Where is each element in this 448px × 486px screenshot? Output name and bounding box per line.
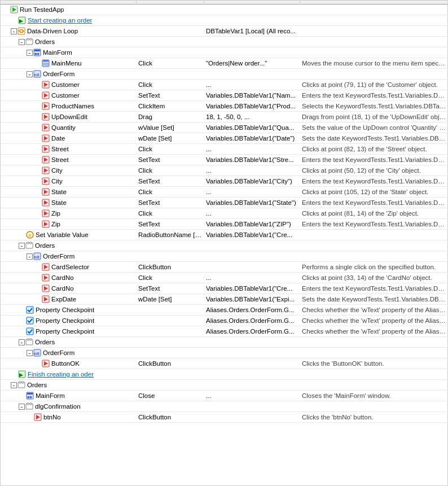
table-row[interactable]: CardNoSetTextVariables.DBTableVar1("Cre.… xyxy=(1,283,448,294)
item-cell: Property Checkpoint xyxy=(1,305,136,316)
item-cell: -Orders xyxy=(1,37,136,47)
table-row[interactable]: CitySetTextVariables.DBTableVar1("City")… xyxy=(1,176,448,187)
description-cell xyxy=(300,380,448,391)
table-row[interactable]: ButtonOKClickButtonClicks the 'ButtonOK'… xyxy=(1,358,448,369)
table-row[interactable]: ProductNamesClickItemVariables.DBTableVa… xyxy=(1,101,448,112)
operation-cell xyxy=(136,26,204,37)
table-row[interactable]: -nitOrderForm xyxy=(1,69,448,80)
item-cell: CardSelector xyxy=(1,262,136,273)
table-row[interactable]: -nitOrderForm xyxy=(1,251,448,262)
operation-cell: SetText xyxy=(136,155,204,165)
operation-cell xyxy=(136,251,204,262)
table-row[interactable]: StateClick...Clicks at point (105, 12) o… xyxy=(1,187,448,198)
description-cell: Enters the text KeywordTests.Test1.Varia… xyxy=(300,198,448,208)
table-row[interactable]: StreetClick...Clicks at point (82, 13) o… xyxy=(1,144,448,155)
svg-rect-77 xyxy=(27,393,33,395)
tree-expand-box[interactable]: - xyxy=(19,243,25,249)
value-cell xyxy=(204,369,300,380)
value-cell: ... xyxy=(204,165,300,176)
table-row[interactable]: ≡Set Variable ValueRadioButtonName [Pr..… xyxy=(1,230,448,240)
table-row[interactable]: CustomerSetTextVariables.DBTableVar1("Na… xyxy=(1,90,448,101)
table-row[interactable]: -■■MainForm xyxy=(1,47,448,58)
description-cell: Performs a single click on the specified… xyxy=(300,262,448,273)
tree-expand-box[interactable]: - xyxy=(11,382,17,388)
item-cell: ▶Finish creating an oder xyxy=(1,369,136,380)
action-icon xyxy=(42,167,51,174)
tree-expand-box[interactable]: - xyxy=(27,50,33,56)
value-cell xyxy=(204,401,300,412)
table-row[interactable]: ■■MainFormClose...Closes the 'MainForm' … xyxy=(1,391,448,401)
operation-cell xyxy=(136,69,204,80)
value-cell xyxy=(204,358,300,369)
value-cell: Variables.DBTableVar1("Stre... xyxy=(204,155,300,165)
item-label: UpDownEdit xyxy=(51,113,87,120)
tree-expand-box[interactable]: - xyxy=(19,39,25,45)
table-row[interactable]: btnNoClickButtonClicks the 'btnNo' butto… xyxy=(1,412,448,423)
description-cell: Clicks the 'btnNo' button. xyxy=(300,412,448,423)
table-row[interactable]: -nitOrderForm xyxy=(1,348,448,358)
table-row[interactable]: Run TestedApp xyxy=(1,5,448,15)
table-row[interactable]: MainMenuClick"Orders|New order..."Moves … xyxy=(1,58,448,69)
table-row[interactable]: CardNoClick...Clicks at point (33, 14) o… xyxy=(1,273,448,283)
table-row[interactable]: Property CheckpointAliases.Orders.OrderF… xyxy=(1,305,448,316)
item-label: Property Checkpoint xyxy=(36,307,94,313)
table-row[interactable]: ExpDatewDate [Set]Variables.DBTableVar1(… xyxy=(1,294,448,305)
operation-cell: ClickButton xyxy=(136,412,204,423)
table-row[interactable]: Property CheckpointAliases.Orders.OrderF… xyxy=(1,316,448,326)
item-cell: Zip xyxy=(1,219,136,230)
description-cell xyxy=(300,26,448,37)
tree-expand-box[interactable]: - xyxy=(11,28,17,34)
table-row[interactable]: ▶Finish creating an oder xyxy=(1,369,448,380)
table-row[interactable]: CustomerClick...Clicks at point (79, 11)… xyxy=(1,80,448,90)
value-cell xyxy=(204,47,300,58)
table-row[interactable]: StateSetTextVariables.DBTableVar1("State… xyxy=(1,198,448,208)
description-cell: Moves the mouse cursor to the menu item … xyxy=(300,58,448,69)
checkpoint-icon xyxy=(26,306,36,314)
table-row[interactable]: ZipClick...Clicks at point (81, 14) of t… xyxy=(1,208,448,219)
tree-expand-box[interactable]: - xyxy=(19,404,25,410)
item-label: State xyxy=(51,189,67,195)
table-row[interactable]: CityClick...Clicks at point (50, 12) of … xyxy=(1,165,448,176)
item-label: Street xyxy=(51,146,69,152)
action-icon xyxy=(42,134,51,142)
action-icon xyxy=(42,81,51,89)
item-cell: Street xyxy=(1,144,136,155)
tree-expand-box[interactable]: - xyxy=(27,71,33,77)
tree-expand-box[interactable]: - xyxy=(27,253,33,260)
item-label: Run TestedApp xyxy=(20,6,64,13)
table-row[interactable]: StreetSetTextVariables.DBTableVar1("Stre… xyxy=(1,155,448,165)
table-row[interactable]: UpDownEditDrag18, 1, -50, 0, ...Drags fr… xyxy=(1,112,448,122)
value-cell xyxy=(204,69,300,80)
tree-expand-box[interactable]: - xyxy=(19,339,25,345)
action-icon xyxy=(42,284,51,292)
operation-cell xyxy=(136,369,204,380)
table-row[interactable]: -Data-Driven LoopDBTableVar1 [Local] (Al… xyxy=(1,26,448,37)
item-label: OrderForm xyxy=(43,349,74,356)
table-row[interactable]: -Orders xyxy=(1,337,448,348)
description-cell: Enters the text KeywordTests.Test1.Varia… xyxy=(300,155,448,165)
table-row[interactable]: -Orders xyxy=(1,380,448,391)
description-cell: Clicks at point (105, 12) of the 'State'… xyxy=(300,187,448,198)
table-row[interactable]: -Orders xyxy=(1,240,448,251)
operation-cell: Click xyxy=(136,187,204,198)
description-cell xyxy=(300,240,448,251)
mainform-icon: ■■ xyxy=(26,392,36,400)
description-cell: Clicks the 'ButtonOK' button. xyxy=(300,358,448,369)
value-cell xyxy=(204,380,300,391)
table-row[interactable]: -Orders xyxy=(1,37,448,47)
table-row[interactable]: CardSelectorClickButtonPerforms a single… xyxy=(1,262,448,273)
table-row[interactable]: QuantitywValue [Set]Variables.DBTableVar… xyxy=(1,122,448,133)
description-cell xyxy=(300,369,448,380)
operation-cell: Close xyxy=(136,391,204,401)
svg-rect-66 xyxy=(30,339,32,340)
orders-icon xyxy=(17,381,27,389)
item-cell: CardNo xyxy=(1,273,136,283)
table-row[interactable]: -dlgConfirmation xyxy=(1,401,448,412)
table-row[interactable]: ▶Start creating an order xyxy=(1,15,448,26)
tree-expand-box[interactable]: - xyxy=(27,350,33,356)
svg-rect-63 xyxy=(27,328,33,335)
table-row[interactable]: DatewDate [Set]Variables.DBTableVar1("Da… xyxy=(1,133,448,144)
table-row[interactable]: Property CheckpointAliases.Orders.OrderF… xyxy=(1,326,448,337)
table-row[interactable]: ZipSetTextVariables.DBTableVar1("ZIP")En… xyxy=(1,219,448,230)
action-icon xyxy=(42,188,51,196)
